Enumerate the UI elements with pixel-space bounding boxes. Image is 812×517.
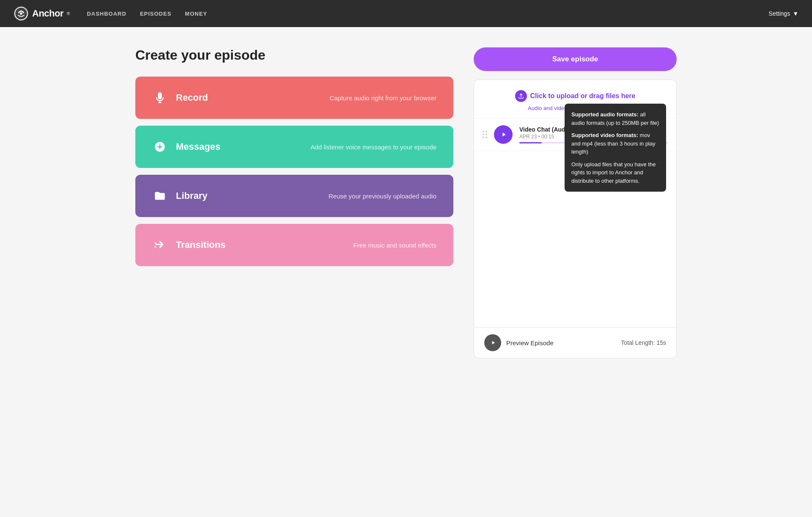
nav-links: DASHBOARD EPISODES MONEY xyxy=(87,11,768,17)
drag-dot xyxy=(486,131,487,132)
drag-handle[interactable] xyxy=(483,131,487,138)
page-title: Create your episode xyxy=(135,47,453,63)
upload-arrow-icon xyxy=(515,90,527,102)
anchor-logo-icon xyxy=(14,6,29,21)
tooltip-audio-bold: Supported audio formats: xyxy=(571,111,639,118)
preview-play-button[interactable] xyxy=(484,334,501,351)
messages-description: Add listener voice messages to your epis… xyxy=(310,143,436,151)
upload-panel: Click to upload or drag files here Audio… xyxy=(474,80,677,358)
nav-money[interactable]: MONEY xyxy=(185,11,207,17)
drag-dot xyxy=(483,131,484,132)
record-title: Record xyxy=(176,92,329,103)
drag-dot xyxy=(483,137,484,138)
arrow-icon xyxy=(152,237,167,253)
logo[interactable]: Anchor ® xyxy=(14,6,70,21)
preview-bar: Preview Episode Total Length: 15s xyxy=(474,327,676,358)
preview-label: Preview Episode xyxy=(506,339,554,346)
upload-click-area[interactable]: Click to upload or drag files here xyxy=(484,90,666,102)
tooltip-box: Supported audio formats: all audio forma… xyxy=(565,104,666,192)
record-description: Capture audio right from your browser xyxy=(329,94,436,102)
nav-dashboard[interactable]: DASHBOARD xyxy=(87,11,126,17)
drag-dot xyxy=(483,134,484,135)
upload-click-label: Click to upload or drag files here xyxy=(530,92,636,100)
logo-reg: ® xyxy=(67,11,70,16)
total-length: Total Length: 15s xyxy=(621,339,666,346)
drag-dot xyxy=(486,134,487,135)
microphone-icon xyxy=(152,90,167,105)
tooltip-video-bold: Supported video formats: xyxy=(571,132,638,138)
nav-episodes[interactable]: EPISODES xyxy=(140,11,171,17)
tooltip-rights-text: Only upload files that you have the righ… xyxy=(571,160,659,185)
chevron-down-icon: ▼ xyxy=(793,10,798,17)
library-description: Reuse your previously uploaded audio xyxy=(329,192,436,200)
episode-play-button[interactable] xyxy=(494,125,513,144)
navbar: Anchor ® DASHBOARD EPISODES MONEY Settin… xyxy=(0,0,812,27)
message-icon xyxy=(152,139,167,154)
drag-dot xyxy=(486,137,487,138)
episode-progress-fill xyxy=(519,142,542,143)
settings-menu[interactable]: Settings ▼ xyxy=(769,10,798,17)
record-card[interactable]: Record Capture audio right from your bro… xyxy=(135,77,453,119)
library-title: Library xyxy=(176,190,329,201)
action-cards: Record Capture audio right from your bro… xyxy=(135,77,453,266)
library-card[interactable]: Library Reuse your previously uploaded a… xyxy=(135,175,453,217)
right-panel: Save episode Click to upload or drag fil… xyxy=(474,47,677,358)
messages-title: Messages xyxy=(176,141,310,152)
messages-card[interactable]: Messages Add listener voice messages to … xyxy=(135,126,453,168)
folder-icon xyxy=(152,188,167,204)
settings-label: Settings xyxy=(769,10,790,17)
logo-text: Anchor xyxy=(32,8,63,19)
transitions-card[interactable]: Transitions Free music and sound effects xyxy=(135,224,453,266)
main-content: Create your episode Record Capture audio… xyxy=(110,27,702,379)
save-episode-button[interactable]: Save episode xyxy=(474,47,677,71)
transitions-title: Transitions xyxy=(176,239,354,250)
preview-left: Preview Episode xyxy=(484,334,554,351)
transitions-description: Free music and sound effects xyxy=(354,242,437,249)
left-panel: Create your episode Record Capture audio… xyxy=(135,47,453,358)
svg-point-2 xyxy=(20,12,22,15)
